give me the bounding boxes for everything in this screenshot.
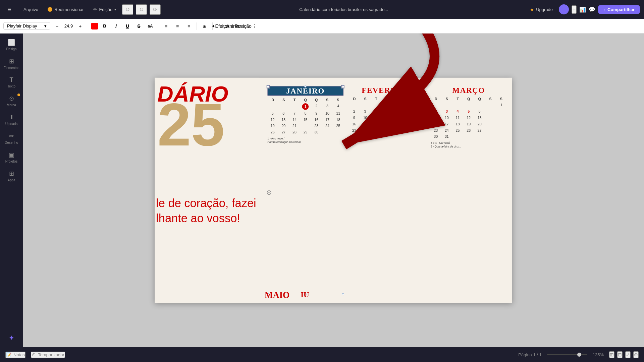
avatar (559, 4, 569, 14)
texto-icon: T (10, 76, 13, 83)
marco-note: 3 e 4 - Carnaval5 - Quarta-feira de cinz… (431, 141, 507, 148)
history-button[interactable]: ⟳ (150, 4, 161, 15)
jun-label: IU (301, 290, 309, 299)
temporizador-button[interactable]: ⏱ Temporizador (31, 352, 65, 358)
sidebar-marca-label: Marca (7, 103, 16, 107)
comments-button[interactable]: 💬 (589, 6, 595, 13)
sidebar-item-design[interactable]: ⬜ Design (1, 36, 21, 54)
handle-tm (304, 85, 307, 88)
temporizador-icon: ⏱ (32, 352, 36, 357)
share-button[interactable]: ↑ Compartilhar (598, 5, 640, 14)
zoom-slider[interactable] (547, 354, 587, 355)
day-grid-fevereiro: 1 2345678 9101112131415 16171819202122 2… (349, 102, 425, 133)
sidebar-desenho-label: Desenho (5, 141, 18, 144)
month-header-marco: MARÇO (431, 86, 507, 95)
italic-button[interactable]: I (111, 21, 121, 31)
formatting-bar: Playfair Display ▾ − 24,9 + B I U S aA ≡… (0, 19, 644, 34)
arquivo-button[interactable]: Arquivo (20, 6, 42, 13)
font-size-plus[interactable]: + (75, 21, 85, 31)
grid-button[interactable]: ⊞ (200, 21, 209, 31)
design-canvas: DÁRIO 25 le de coração, fazei lhante ao … (155, 78, 512, 303)
divider-3 (197, 22, 197, 30)
edicao-label: Edição (99, 7, 113, 12)
grid-view-button[interactable]: ⊞ (609, 351, 614, 358)
handle-tl (267, 85, 269, 88)
fit-button[interactable]: ⊕ (633, 351, 639, 358)
maio-label: MAIO (265, 290, 289, 300)
month-marco: MARÇO DSTQQSS 1 23456 910111213 16171819… (428, 83, 509, 298)
more-options-button[interactable]: ⋮ (250, 21, 259, 31)
zoom-level: 135% (593, 352, 604, 357)
redimensionar-label: Redimensionar (54, 7, 84, 12)
topbar: ☰ Arquivo Redimensionar ✏ Edição ▾ ↺ ↻ ⟳… (0, 0, 644, 19)
case-button[interactable]: aA (146, 21, 155, 31)
day-grid-janeiro: 1 234 567891011 12131415161718 192021232… (267, 103, 343, 135)
canvas-area[interactable]: DÁRIO 25 le de coração, fazei lhante ao … (23, 34, 644, 347)
notas-label: Notas (13, 352, 25, 357)
calendar-subtitle: le de coração, fazei lhante ao vosso! (156, 196, 256, 226)
sidebar-item-projetos[interactable]: ▣ Projetos (1, 148, 21, 166)
sidebar-item-desenho[interactable]: ✏ Desenho (1, 130, 21, 147)
sidebar-item-assistant[interactable]: ✦ (1, 331, 21, 345)
upgrade-star: ★ (530, 7, 534, 12)
apps-icon: ⊞ (9, 170, 14, 177)
fullscreen-button[interactable]: ⤢ (625, 351, 631, 358)
redimensionar-button[interactable]: Redimensionar (44, 6, 87, 13)
sidebar-elementos-label: Elementos (3, 66, 19, 70)
handle-tr (342, 85, 344, 88)
animar-icon: ◎ (222, 23, 226, 29)
analytics-button[interactable]: 📊 (579, 6, 586, 13)
upgrade-button[interactable]: ★ Upgrade (527, 6, 556, 13)
calendar-year: 25 (155, 94, 225, 155)
sidebar-item-elementos[interactable]: ⊞ Elementos (1, 55, 21, 72)
underline-button[interactable]: U (123, 21, 132, 31)
sidebar: ⬜ Design ⊞ Elementos T Texto ⊙ Marca ⬆ U… (0, 34, 23, 347)
edicao-button[interactable]: ✏ Edição ▾ (90, 5, 120, 13)
indent-button[interactable]: ≡ (184, 21, 194, 31)
view-buttons: ⊞ ⊟ ⤢ ⊕ (609, 351, 639, 358)
list-button[interactable]: ≡ (173, 21, 182, 31)
subtitle-line2: lhante ao vosso! (156, 211, 256, 226)
day-headers-janeiro: DSTQQSS (267, 98, 343, 102)
sidebar-item-uploads[interactable]: ⬆ Uploads (1, 111, 21, 128)
marca-icon: ⊙ (9, 95, 14, 102)
temporizador-label: Temporizador (38, 352, 64, 357)
bottombar: 📝 Notas ⏱ Temporizador Página 1 / 1 135%… (0, 347, 644, 362)
day-headers-marco: DSTQQSS (431, 97, 507, 101)
day-headers-fevereiro: DSTQQSS (349, 97, 425, 101)
font-size-minus[interactable]: − (52, 21, 62, 31)
font-dropdown-icon: ▾ (44, 23, 47, 28)
day-grid-marco: 1 23456 910111213 1617181920 2324252627 … (431, 102, 507, 140)
posicao-label: Posição (235, 23, 252, 29)
font-size-control: − 24,9 + (52, 21, 85, 31)
zoom-thumb[interactable] (577, 353, 581, 357)
text-color-button[interactable] (91, 23, 98, 29)
divider-1 (88, 22, 88, 30)
font-name: Playfair Display (7, 23, 37, 28)
page-info: Página 1 / 1 (518, 352, 541, 357)
align-button[interactable]: ≡ (161, 21, 171, 31)
divider-2 (158, 22, 158, 30)
bold-button[interactable]: B (100, 21, 109, 31)
add-button[interactable]: + (572, 5, 577, 14)
notas-button[interactable]: 📝 Notas (5, 352, 25, 358)
font-selector[interactable]: Playfair Display ▾ (3, 22, 50, 30)
subtitle-line1: le de coração, fazei (156, 196, 256, 211)
menu-button[interactable]: ☰ (4, 6, 15, 13)
list-view-button[interactable]: ⊟ (617, 351, 623, 358)
month-header-fevereiro: FEVEREIRO (349, 86, 425, 95)
sidebar-item-texto[interactable]: T Texto (1, 74, 21, 91)
uploads-icon: ⬆ (9, 114, 14, 121)
undo-button[interactable]: ↺ (122, 4, 133, 15)
left-section: DÁRIO 25 le de coração, fazei lhante ao … (155, 78, 259, 303)
month-janeiro: JANEIRO DSTQQSS 1 234 567891 (265, 83, 346, 298)
posicao-button[interactable]: Posição (238, 21, 248, 31)
sidebar-item-apps[interactable]: ⊞ Apps (1, 167, 21, 185)
marca-dot (17, 94, 20, 96)
redo-button[interactable]: ↻ (136, 4, 147, 15)
share-label: Compartilhar (607, 7, 635, 12)
sidebar-item-marca[interactable]: ⊙ Marca (1, 92, 21, 110)
main-area: ⬜ Design ⊞ Elementos T Texto ⊙ Marca ⬆ U… (0, 34, 644, 347)
strikethrough-button[interactable]: S (134, 21, 144, 31)
refresh-icon: ↻ (267, 190, 271, 195)
